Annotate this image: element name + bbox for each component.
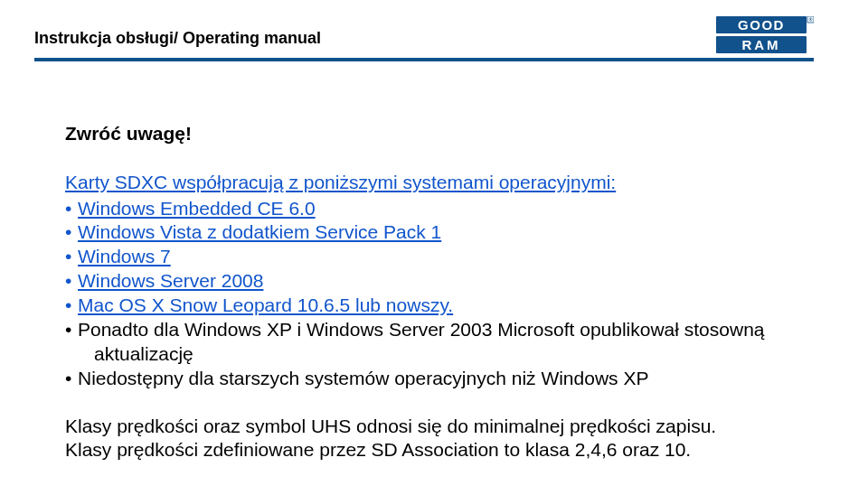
document-body: Zwróć uwagę! Karty SDXC współpracują z p… (34, 61, 814, 463)
logo-text-line2: RAM (741, 37, 780, 52)
list-item: Ponadto dla Windows XP i Windows Server … (65, 318, 783, 367)
header: Instrukcja obsługi/ Operating manual GOO… (34, 16, 814, 54)
intro-line: Karty SDXC współpracują z poniższymi sys… (65, 172, 783, 193)
header-title: Instrukcja obsługi/ Operating manual (34, 16, 321, 48)
list-item: Windows Embedded CE 6.0 (65, 197, 783, 221)
list-item-text: Ponadto dla Windows XP i Windows Server … (78, 319, 765, 340)
list-item: Windows Server 2008 (65, 269, 783, 294)
notes-list: Ponadto dla Windows XP i Windows Server … (65, 318, 783, 391)
document-page: Instrukcja obsługi/ Operating manual GOO… (0, 0, 868, 495)
compatible-systems-list: Windows Embedded CE 6.0 Windows Vista z … (65, 197, 783, 318)
list-item-text-cont: aktualizację (78, 342, 783, 367)
list-item: Windows Vista z dodatkiem Service Pack 1 (65, 220, 783, 245)
goodram-logo: GOOD RAM ® (716, 16, 814, 54)
list-item: Niedostępny dla starszych systemów opera… (65, 367, 783, 391)
paragraph-line: Klasy prędkości oraz symbol UHS odnosi s… (65, 416, 716, 436)
logo-text-line1: GOOD (738, 17, 785, 33)
attention-heading: Zwróć uwagę! (65, 123, 783, 145)
logo-registered: ® (809, 17, 813, 23)
list-item-text: Niedostępny dla starszych systemów opera… (78, 368, 648, 388)
list-item: Windows 7 (65, 245, 783, 269)
paragraph-line: Klasy prędkości zdefiniowane przez SD As… (65, 439, 691, 460)
paragraph: Klasy prędkości oraz symbol UHS odnosi s… (65, 415, 783, 463)
list-item: Mac OS X Snow Leopard 10.6.5 lub nowszy. (65, 294, 783, 318)
